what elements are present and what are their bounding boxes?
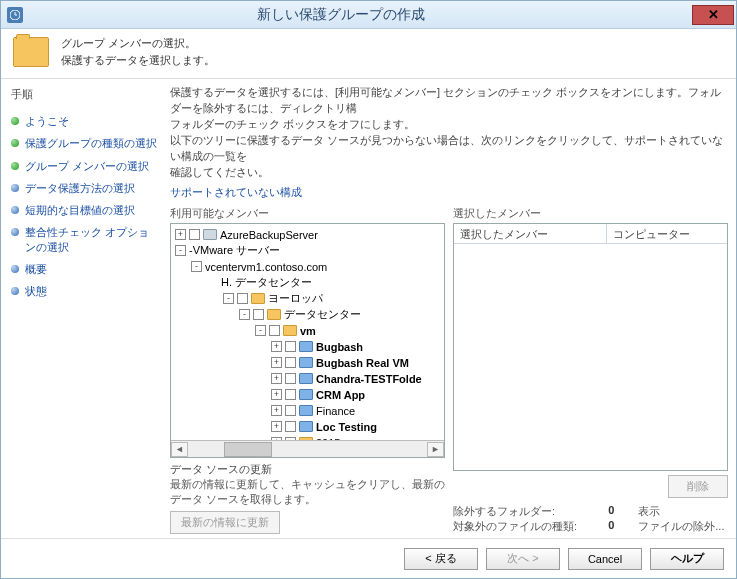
expand-toggle[interactable]: - — [255, 325, 266, 336]
header-line1: グループ メンバーの選択。 — [61, 35, 215, 52]
step-4[interactable]: 短期的な目標値の選択 — [7, 199, 160, 221]
checkbox[interactable] — [285, 421, 296, 432]
node-label: Finance — [316, 405, 355, 417]
step-bullet — [11, 117, 19, 125]
tree-node[interactable]: +H. データセンター — [173, 275, 442, 291]
datacenter-icon — [299, 421, 313, 432]
refresh-button[interactable]: 最新の情報に更新 — [170, 511, 280, 534]
expand-toggle[interactable]: + — [271, 357, 282, 368]
tree-node[interactable]: +Finance — [173, 403, 442, 419]
expand-toggle[interactable]: + — [271, 421, 282, 432]
back-button[interactable]: < 戻る — [404, 548, 478, 570]
selected-members-label: 選択したメンバー — [453, 206, 728, 221]
excluded-folders-label: 除外するフォルダー: — [453, 504, 581, 519]
expand-toggle[interactable]: + — [271, 341, 282, 352]
panels: 利用可能なメンバー +AzureBackupServer--VMware サーバ… — [170, 206, 728, 534]
tree-node[interactable]: +AzureBackupServer — [173, 227, 442, 243]
folder-icon — [299, 437, 313, 440]
instructions: 保護するデータを選択するには、[利用可能なメンバー] セクションのチェック ボッ… — [170, 85, 728, 181]
step-label: 状態 — [25, 284, 47, 298]
expand-toggle[interactable]: + — [175, 229, 186, 240]
expand-toggle[interactable]: + — [271, 373, 282, 384]
checkbox[interactable] — [189, 229, 200, 240]
selected-box: 選択したメンバー コンピューター — [453, 223, 728, 471]
checkbox[interactable] — [285, 341, 296, 352]
step-3[interactable]: データ保護方法の選択 — [7, 177, 160, 199]
cancel-button[interactable]: Cancel — [568, 548, 642, 570]
tree[interactable]: +AzureBackupServer--VMware サーバー-vcenterv… — [171, 224, 444, 440]
expand-toggle[interactable]: - — [191, 261, 202, 272]
step-bullet — [11, 184, 19, 192]
excluded-types-label: 対象外のファイルの種類: — [453, 519, 581, 534]
tree-node[interactable]: -vm — [173, 323, 442, 339]
step-5[interactable]: 整合性チェック オプションの選択 — [7, 221, 160, 258]
refresh-desc: 最新の情報に更新して、キャッシュをクリアし、最新のデータ ソースを取得します。 — [170, 477, 445, 507]
available-members-label: 利用可能なメンバー — [170, 206, 445, 221]
checkbox[interactable] — [237, 293, 248, 304]
tree-node[interactable]: -データセンター — [173, 307, 442, 323]
col-selected[interactable]: 選択したメンバー — [454, 224, 607, 243]
tree-node[interactable]: -ヨーロッパ — [173, 291, 442, 307]
folder-icon — [283, 325, 297, 336]
checkbox[interactable] — [285, 405, 296, 416]
expand-toggle[interactable]: - — [175, 245, 186, 256]
checkbox[interactable] — [269, 325, 280, 336]
excluded-types-action[interactable]: ファイルの除外... — [638, 519, 728, 534]
close-button[interactable]: ✕ — [692, 5, 734, 25]
checkbox[interactable] — [285, 389, 296, 400]
step-bullet — [11, 162, 19, 170]
tree-node[interactable]: +Chandra-TESTFolde — [173, 371, 442, 387]
step-bullet — [11, 228, 19, 236]
excluded-folders-action[interactable]: 表示 — [638, 504, 728, 519]
checkbox[interactable] — [285, 357, 296, 368]
node-label: Chandra-TESTFolde — [316, 373, 422, 385]
node-label: vm — [300, 325, 316, 337]
tree-node[interactable]: +Bugbash Real VM — [173, 355, 442, 371]
step-0[interactable]: ようこそ — [7, 110, 160, 132]
selected-list — [454, 244, 727, 470]
checkbox[interactable] — [285, 437, 296, 440]
scroll-left[interactable]: ◄ — [171, 442, 188, 457]
scroll-thumb[interactable] — [224, 442, 272, 457]
step-bullet — [11, 265, 19, 273]
col-computer[interactable]: コンピューター — [607, 224, 727, 243]
node-label: AzureBackupServer — [220, 229, 318, 241]
expand-toggle[interactable]: + — [271, 437, 282, 440]
wizard-header: グループ メンバーの選択。 保護するデータを選択します。 — [1, 29, 736, 79]
h-scrollbar[interactable]: ◄ ► — [171, 440, 444, 457]
checkbox[interactable] — [253, 309, 264, 320]
tree-node[interactable]: +CRM App — [173, 387, 442, 403]
tree-node[interactable]: -vcentervm1.contoso.com — [173, 259, 442, 275]
step-1[interactable]: 保護グループの種類の選択 — [7, 132, 160, 154]
expand-toggle[interactable]: + — [271, 389, 282, 400]
step-7[interactable]: 状態 — [7, 280, 160, 302]
expand-toggle[interactable]: - — [239, 309, 250, 320]
expand-toggle[interactable]: - — [223, 293, 234, 304]
tree-node[interactable]: +2015 — [173, 435, 442, 440]
wizard-body: 手順 ようこそ保護グループの種類の選択グループ メンバーの選択データ保護方法の選… — [1, 79, 736, 538]
unsupported-config-link[interactable]: サポートされていない構成 — [170, 181, 728, 206]
folder-icon — [251, 293, 265, 304]
tree-node[interactable]: --VMware サーバー — [173, 243, 442, 259]
tree-node[interactable]: +Loc Testing — [173, 419, 442, 435]
scroll-right[interactable]: ► — [427, 442, 444, 457]
step-label: グループ メンバーの選択 — [25, 159, 149, 173]
expand-toggle[interactable]: + — [271, 405, 282, 416]
step-6[interactable]: 概要 — [7, 258, 160, 280]
tree-box: +AzureBackupServer--VMware サーバー-vcenterv… — [170, 223, 445, 458]
next-button[interactable]: 次へ > — [486, 548, 560, 570]
main-panel: 保護するデータを選択するには、[利用可能なメンバー] セクションのチェック ボッ… — [166, 79, 736, 538]
step-bullet — [11, 206, 19, 214]
step-label: 概要 — [25, 262, 47, 276]
window-title: 新しい保護グループの作成 — [29, 6, 692, 24]
footer: < 戻る 次へ > Cancel ヘルプ — [1, 538, 736, 578]
step-2[interactable]: グループ メンバーの選択 — [7, 155, 160, 177]
delete-button[interactable]: 削除 — [668, 475, 728, 498]
help-button[interactable]: ヘルプ — [650, 548, 724, 570]
step-label: 保護グループの種類の選択 — [25, 136, 157, 150]
tree-node[interactable]: +Bugbash — [173, 339, 442, 355]
selected-header: 選択したメンバー コンピューター — [454, 224, 727, 244]
node-label: vcentervm1.contoso.com — [205, 261, 327, 273]
checkbox[interactable] — [285, 373, 296, 384]
step-label: 短期的な目標値の選択 — [25, 203, 135, 217]
